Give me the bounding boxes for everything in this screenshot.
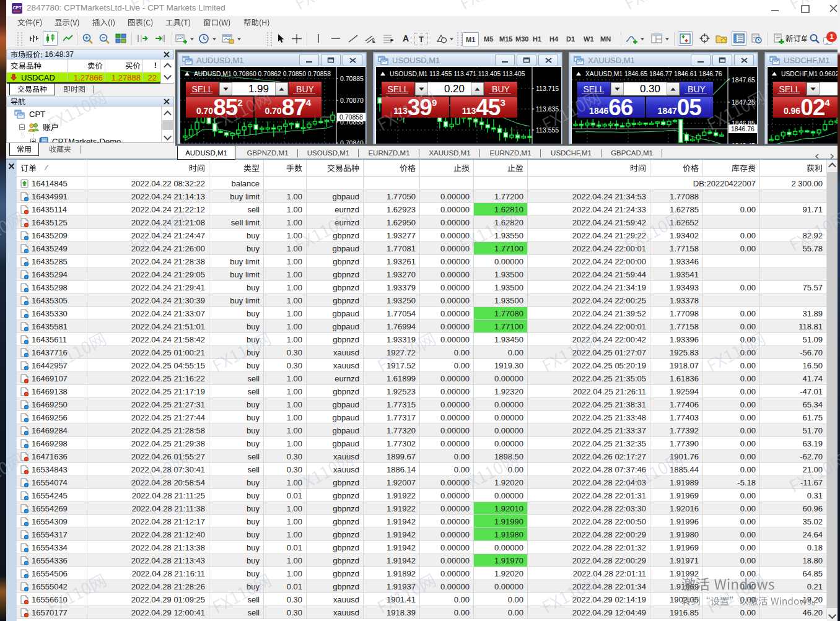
timeframe-m5[interactable]: M5 (481, 32, 496, 45)
volume-decrease-button[interactable] (415, 82, 428, 95)
chart-close-button[interactable] (343, 54, 362, 66)
favorites-icon[interactable] (714, 31, 729, 46)
order-row-16435294[interactable]: 164352942022.04.24 21:29:05buy limit1.00… (17, 268, 827, 281)
mw-col-symbol[interactable] (11, 61, 42, 70)
navigator-close-icon[interactable] (164, 98, 170, 105)
menu-item-5[interactable] (197, 16, 237, 29)
navigator-titlebar[interactable] (6, 97, 174, 106)
cursor-icon[interactable] (273, 31, 288, 46)
chart-tab-gbpnzdm1[interactable]: GBPNZD,M1 (240, 148, 295, 158)
menu-item-6[interactable] (237, 16, 276, 29)
new-order-label[interactable] (785, 34, 807, 43)
chart-close-button[interactable] (538, 54, 558, 66)
dropdown-caret-icon[interactable] (449, 37, 454, 41)
order-row-16554074[interactable]: 165540742022.04.28 20:58:54buy1.00gbpnzd… (17, 476, 827, 489)
minimize-button[interactable] (766, 4, 784, 14)
chart-shift-icon[interactable] (153, 31, 168, 46)
order-row-16435298[interactable]: 164352982022.04.24 21:29:41buy1.00gbpnzd… (17, 281, 827, 294)
new-chart-icon[interactable] (174, 31, 189, 46)
chart-minimize-button[interactable] (299, 54, 319, 66)
orders-col-10[interactable] (703, 160, 760, 176)
orders-col-2[interactable] (209, 160, 264, 176)
order-row-16435611[interactable]: 164356112022.04.24 21:58:42buy1.00gbpnzd… (17, 333, 827, 346)
navigator-scrollbar[interactable] (162, 106, 174, 142)
mw-col-ask[interactable] (105, 61, 141, 70)
order-row-16554245[interactable]: 165542452022.04.28 21:11:25buy0.01gbpnzd… (17, 489, 827, 502)
data-window-icon[interactable] (678, 31, 693, 46)
scrollbar-thumb[interactable] (162, 120, 173, 130)
scroll-down-icon[interactable] (164, 132, 172, 141)
order-row-16554269[interactable]: 165542692022.04.28 21:11:38buy1.00gbpnzd… (17, 502, 827, 515)
channel-icon[interactable]: E (363, 31, 378, 46)
chart-tab-eurnzdm1[interactable]: EURNZD,M1 (362, 148, 416, 158)
dropdown-caret-icon[interactable] (237, 37, 242, 41)
dropdown-caret-icon[interactable] (640, 37, 645, 41)
volume-decrease-button[interactable] (219, 82, 232, 95)
tab-favorites[interactable] (42, 144, 78, 154)
order-row-16469250[interactable]: 164692502022.04.25 21:27:31buy1.00gbpaud… (17, 398, 827, 411)
maximize-button[interactable] (796, 4, 815, 14)
order-row-16437716[interactable]: 164377162022.04.25 01:00:21buy0.30xauusd… (17, 346, 827, 359)
orders-col-8[interactable] (528, 160, 650, 176)
terminal-close-icon[interactable] (8, 163, 15, 170)
timeframe-mn[interactable]: MN (597, 32, 614, 45)
chart-client-area[interactable]: 1847.651847.251846.851846.451846.76 XAUU… (571, 66, 757, 144)
order-row-16435581[interactable]: 164355812022.04.24 21:51:01buy1.00gbpaud… (17, 320, 827, 333)
chart-client-area[interactable]: 113.715113.635113.555 USOUSD,M1 113.455 … (375, 66, 561, 144)
window-titlebar[interactable]: CPT 2847780: CPTMarketsLtd-Live - CPT Ma… (6, 0, 838, 16)
order-row-16435285[interactable]: 164352852022.04.24 21:28:38buy limit1.00… (17, 255, 827, 268)
sell-button[interactable]: SELL (186, 82, 219, 96)
new-order-icon[interactable] (771, 31, 786, 46)
chart-close-button[interactable] (734, 54, 754, 66)
volume-input[interactable] (820, 82, 838, 95)
buy-price-display[interactable]: 113453 (450, 97, 518, 118)
buy-button[interactable]: BUY (680, 82, 713, 96)
order-row-16435305[interactable]: 164353052022.04.24 21:30:39buy limit1.00… (17, 294, 827, 307)
chart-window-titlebar[interactable]: USOUSD,M1 (375, 54, 561, 66)
tile-windows-icon[interactable] (113, 31, 128, 46)
scroll-up-icon[interactable] (164, 63, 172, 71)
timeframe-d1[interactable]: D1 (563, 32, 578, 45)
orders-col-4[interactable] (307, 160, 364, 176)
market-watch-close-icon[interactable] (164, 51, 170, 58)
timeframe-h1[interactable]: H1 (530, 32, 545, 45)
close-button[interactable] (824, 4, 838, 14)
orders-col-6[interactable] (420, 160, 474, 176)
volume-decrease-button[interactable] (611, 82, 624, 95)
orders-col-1[interactable] (87, 160, 209, 176)
chart-tab-audusdm1[interactable]: AUDUSD,M1 (177, 146, 235, 160)
chart-window-titlebar[interactable]: USDCHF,M1 (766, 54, 838, 66)
menu-item-4[interactable] (159, 16, 197, 29)
bar-chart-icon[interactable] (27, 31, 42, 46)
scrollbar-thumb[interactable] (827, 172, 838, 608)
order-row-16435114[interactable]: 164351142022.04.24 21:22:12sell1.00eurnz… (17, 203, 827, 216)
auto-scroll-icon[interactable] (135, 31, 150, 46)
periods-icon[interactable] (196, 31, 211, 46)
market-watch-scrollbar[interactable] (161, 59, 174, 82)
buy-button[interactable]: BUY (484, 82, 517, 96)
order-row-16469138[interactable]: 164691382022.04.25 21:17:19sell1.00gbpnz… (17, 385, 827, 398)
order-row-16434991[interactable]: 164349912022.04.24 21:14:13buy limit1.00… (17, 190, 827, 203)
sell-price-display[interactable]: 0.70852 (186, 97, 253, 118)
buy-price-display[interactable]: 184705 (646, 97, 714, 118)
order-row-16534843[interactable]: 165348432022.04.28 07:30:41sell0.30xauus… (17, 463, 827, 476)
zoom-in-icon[interactable] (80, 31, 95, 46)
orders-col-9[interactable] (650, 160, 703, 176)
search-icon[interactable] (807, 31, 822, 46)
notifications-icon[interactable]: 1 (823, 32, 837, 45)
sell-price-display[interactable]: 184666 (577, 97, 645, 118)
scroll-up-icon[interactable] (164, 111, 172, 119)
chart-client-area[interactable]: USDCHF,M1 0.96026 0 SELL BUY 0.9 (767, 66, 838, 144)
chart-tab-gbpcadm1[interactable]: GBPCAD,M1 (605, 148, 659, 158)
volume-input[interactable]: 0.30 (624, 82, 667, 95)
orders-col-0[interactable]: / (17, 160, 87, 176)
timeframe-w1[interactable]: W1 (580, 32, 597, 45)
order-row-16554506[interactable]: 165545062022.04.28 21:16:11buy1.00gbpnzd… (17, 567, 827, 580)
fibonacci-icon[interactable]: F (381, 31, 396, 46)
timeframe-m1[interactable]: M1 (462, 32, 479, 46)
indicators-icon[interactable] (624, 31, 639, 46)
volume-input[interactable]: 0.20 (428, 82, 471, 95)
menu-item-3[interactable] (121, 16, 159, 29)
order-row-16442957[interactable]: 164429572022.04.25 04:55:15buy0.30xauusd… (17, 359, 827, 372)
shapes-icon[interactable] (434, 31, 448, 46)
